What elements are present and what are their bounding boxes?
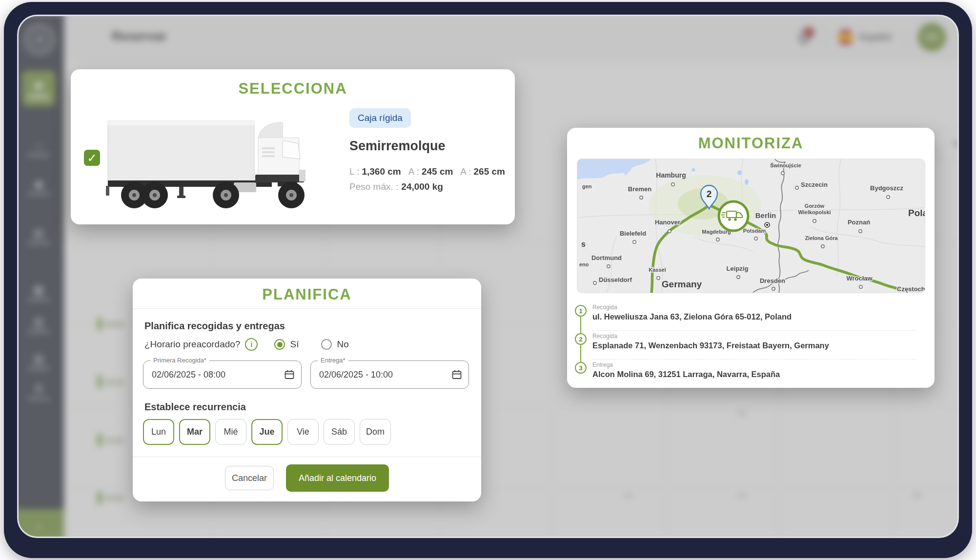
sidebar-collapse-button: ⌄ [19, 509, 64, 537]
weekday-chip[interactable]: Sáb [324, 419, 355, 445]
sidebar: ▣ ⌂◉▤▦▥▧⚙ ⌄ [19, 16, 64, 537]
calendar-day-number: 23 [624, 491, 632, 499]
stop-address: ul. Heweliusza Jana 63, Zielona Góra 65-… [592, 312, 916, 321]
app-logo-icon [24, 24, 55, 55]
svg-text:Dresden: Dresden [760, 277, 785, 284]
chevron-down-icon: ⌄ [33, 517, 44, 532]
sidebar-item-home: ⌂ [19, 140, 64, 157]
svg-text:Hanover: Hanover [655, 219, 680, 226]
truck-marker [719, 201, 748, 231]
weekday-chip[interactable]: Mar [179, 419, 210, 445]
language-selector: Español [837, 29, 891, 45]
weekday-chip[interactable]: Dom [360, 419, 391, 445]
sidebar-item-booking-active: ▣ [22, 71, 56, 106]
date-fields: Primera Recogida* 02/06/2025 - 08:00 Ent… [143, 360, 469, 389]
route-stops-list: 1 Recogida ul. Heweliusza Jana 63, Zielo… [575, 300, 916, 385]
svg-text:Düsseldorf: Düsseldorf [599, 276, 632, 283]
svg-text:Poland: Poland [908, 208, 925, 218]
weekday-chips: LunMarMiéJueVieSábDom [143, 419, 391, 445]
svg-text:Częstochowa: Częstochowa [897, 285, 925, 293]
svg-text:Kassel: Kassel [649, 267, 666, 273]
settings-icon: ⚙ [33, 383, 44, 395]
weekday-chip[interactable]: Mié [215, 419, 246, 445]
stop-number-badge: 3 [575, 362, 587, 374]
route-stop: 3 Entrega Alcon Molina 69, 31251 Larraga… [575, 357, 916, 385]
svg-text:Wrocław: Wrocław [846, 275, 873, 282]
vehicle-dimensions: L :1,360 cmA :245 cmA :265 cm [349, 166, 506, 177]
svg-text:Bremen: Bremen [628, 185, 651, 193]
route-map: HamburgŚwinoujścieBremenSzczecinBydgoszc… [577, 159, 925, 293]
schedule-question-label: ¿Horario preacordado? [144, 339, 240, 350]
svg-text:Szczecin: Szczecin [801, 181, 828, 188]
planifica-subtitle: Planifica recogidas y entregas [144, 320, 285, 332]
card-planifica: PLANIFICA Planifica recogidas y entregas… [133, 279, 481, 501]
stop-type: Recogida [592, 333, 916, 340]
svg-text:Bydgoszcz: Bydgoszcz [870, 184, 903, 192]
vehicle-checkbox[interactable]: ✓ [84, 150, 100, 166]
stop-type: Entrega [592, 361, 916, 368]
stop-number-badge: 1 [575, 305, 587, 317]
fleet-icon: ▤ [33, 227, 44, 239]
radio-yes[interactable] [274, 339, 285, 350]
recurrence-label: Establece recurrencia [144, 401, 246, 413]
calendar-day-number: 16 [737, 409, 746, 417]
svg-text:s: s [581, 240, 586, 248]
notification-badge [804, 27, 814, 38]
svg-text:Berlin: Berlin [755, 211, 776, 220]
check-icon: ✓ [87, 151, 97, 165]
svg-text:Potsdam: Potsdam [743, 228, 766, 234]
date-input[interactable]: Entrega* 02/06/2025 - 10:00 [310, 360, 469, 389]
cancel-button[interactable]: Cancelar [225, 466, 274, 490]
sidebar-item-payments: ▧ [19, 353, 64, 370]
vehicle-name: Semirremolque [349, 139, 506, 154]
svg-text:Wielkopolski: Wielkopolski [798, 209, 831, 215]
info-icon[interactable]: i [245, 338, 258, 351]
spain-flag-icon [837, 29, 853, 45]
radio-no[interactable] [321, 339, 332, 350]
planifica-title: PLANIFICA [133, 286, 481, 303]
truck-illustration [106, 116, 340, 214]
company-icon: ▦ [33, 284, 44, 296]
svg-text:Germany: Germany [662, 279, 702, 289]
date-input[interactable]: Primera Recogida* 02/06/2025 - 08:00 [143, 360, 302, 389]
radio-yes-label: Sí [290, 339, 299, 350]
notifications-button [796, 29, 811, 45]
card-selecciona: SELECCIONA ✓ Caja rígida Sem [71, 69, 515, 224]
add-to-calendar-button[interactable]: Añadir al calendario [286, 464, 389, 492]
svg-text:Świnoujście: Świnoujście [770, 162, 801, 168]
avatar: DS [917, 23, 946, 52]
svg-text:2: 2 [707, 189, 712, 199]
sidebar-item-documents: ▥ [19, 316, 64, 333]
route-stop: 1 Recogida ul. Heweliusza Jana 63, Zielo… [575, 300, 916, 328]
sidebar-item-globe: ◉ [19, 178, 64, 195]
calendar-event: 08:00 [98, 318, 124, 330]
weekday-chip[interactable]: Jue [251, 419, 283, 445]
calendar-day-number: 24 [737, 491, 746, 499]
weekday-chip[interactable]: Vie [287, 419, 319, 445]
vehicle-type-badge: Caja rígida [349, 108, 411, 128]
monitoriza-title: MONITORIZA [567, 135, 935, 152]
calendar-event: 08:00 [98, 375, 124, 388]
svg-text:Bielefeld: Bielefeld [620, 230, 646, 237]
calendar-icon[interactable] [451, 369, 462, 380]
stop-number-badge: 2 [575, 333, 587, 345]
stop-type: Recogida [592, 304, 916, 311]
documents-icon: ▥ [33, 316, 44, 328]
calendar-icon[interactable] [284, 369, 295, 380]
stop-address: Alcon Molina 69, 31251 Larraga, Navarra,… [592, 370, 916, 379]
device-frame: ▣ ⌂◉▤▦▥▧⚙ ⌄ Reservar Español DS [4, 2, 972, 558]
globe-icon: ◉ [33, 178, 43, 190]
page-title: Reservar [112, 29, 167, 44]
weekday-chip[interactable]: Lun [143, 419, 174, 445]
back-button: Volver [935, 129, 957, 159]
screenshot-stage: ▣ ⌂◉▤▦▥▧⚙ ⌄ Reservar Español DS [0, 0, 976, 560]
svg-text:gen: gen [582, 183, 592, 189]
calendar-day-number: 26 [913, 491, 921, 499]
route-stop: 2 Recogida Esplanade 71, Wenzenbach 9317… [575, 328, 916, 357]
truck-icon: ▣ [34, 79, 44, 92]
svg-text:Hamburg: Hamburg [656, 171, 686, 179]
app-screen: ▣ ⌂◉▤▦▥▧⚙ ⌄ Reservar Español DS [19, 16, 957, 537]
vehicle-max-weight: Peso máx. :24,000 kg [349, 181, 506, 192]
selecciona-title: SELECCIONA [71, 80, 515, 98]
payments-icon: ▧ [33, 353, 44, 365]
